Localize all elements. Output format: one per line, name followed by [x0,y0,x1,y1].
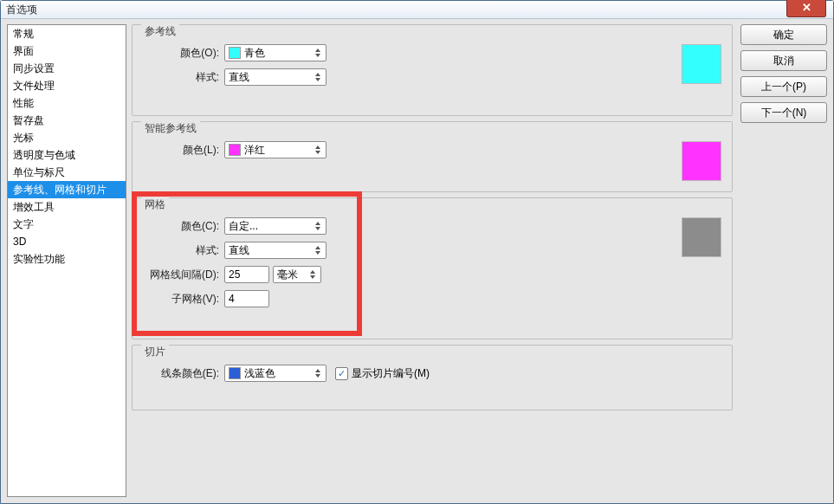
window-body: 常规 界面 同步设置 文件处理 性能 暂存盘 光标 透明度与色域 单位与标尺 参… [2,19,832,502]
dropdown-arrows-icon [307,268,318,281]
sidebar-item-file[interactable]: 文件处理 [8,77,126,94]
dropdown-arrows-icon [313,243,323,257]
cancel-button[interactable]: 取消 [740,50,827,71]
slices-color-label: 线条颜色(E): [141,366,219,381]
group-grid: 网格 颜色(C): 自定... 样式: 直线 [132,197,733,339]
preferences-window: 首选项 ✕ 常规 界面 同步设置 文件处理 性能 暂存盘 光标 透明度与色域 单… [0,0,834,504]
show-slice-numbers-label: 显示切片编号(M) [352,366,430,381]
group-grid-title: 网格 [141,197,169,212]
dropdown-arrows-icon [313,143,323,157]
grid-color-swatch[interactable] [682,217,721,257]
grid-style-value: 直线 [229,243,249,258]
guides-color-chip [229,47,241,59]
guides-style-value: 直线 [229,70,249,85]
sidebar-item-gamut[interactable]: 透明度与色域 [8,146,126,164]
sidebar-item-plugins[interactable]: 增效工具 [8,198,126,216]
group-slices-title: 切片 [141,345,169,359]
sidebar-item-sync[interactable]: 同步设置 [8,60,126,77]
grid-color-label: 颜色(C): [141,219,219,234]
category-sidebar: 常规 界面 同步设置 文件处理 性能 暂存盘 光标 透明度与色域 单位与标尺 参… [7,24,126,497]
grid-style-label: 样式: [141,243,219,258]
sidebar-item-cursor[interactable]: 光标 [8,129,126,146]
sidebar-item-3d[interactable]: 3D [8,233,126,250]
grid-subdiv-label: 子网格(V): [141,292,219,307]
sidebar-item-units[interactable]: 单位与标尺 [8,164,126,181]
slices-color-select[interactable]: 浅蓝色 [224,365,326,382]
dropdown-arrows-icon [313,366,323,380]
sidebar-item-interface[interactable]: 界面 [8,42,126,60]
grid-subdiv-input[interactable] [224,290,269,307]
guides-color-select[interactable]: 青色 [224,44,326,61]
next-button[interactable]: 下一个(N) [740,102,827,123]
smart-guides-color-swatch[interactable] [682,141,721,181]
sidebar-item-type[interactable]: 文字 [8,216,126,233]
grid-spacing-label: 网格线间隔(D): [141,268,219,282]
show-slice-numbers-checkbox[interactable]: 显示切片编号(M) [335,366,430,381]
sidebar-item-general[interactable]: 常规 [8,25,126,42]
grid-spacing-unit-select[interactable]: 毫米 [273,266,321,283]
prev-button[interactable]: 上一个(P) [740,76,827,97]
smart-guides-color-label: 颜色(L): [141,143,219,158]
grid-spacing-unit-value: 毫米 [277,268,298,282]
grid-style-select[interactable]: 直线 [224,242,326,259]
smart-guides-color-value: 洋红 [244,143,265,158]
dropdown-arrows-icon [313,219,323,233]
sidebar-item-experimental[interactable]: 实验性功能 [8,250,126,268]
guides-color-label: 颜色(O): [141,46,219,61]
grid-color-value: 自定... [229,219,258,234]
smart-guides-color-chip [229,144,241,156]
group-slices: 切片 线条颜色(E): 浅蓝色 显示切片编号(M) [132,345,733,410]
main-panel: 参考线 颜色(O): 青色 样式: 直线 [132,24,733,497]
dropdown-arrows-icon [313,70,323,84]
window-title: 首选项 [6,3,37,16]
guides-color-swatch[interactable] [682,44,721,84]
guides-style-label: 样式: [141,70,219,85]
slices-color-value: 浅蓝色 [244,366,275,381]
group-guides-title: 参考线 [141,24,179,39]
checkbox-icon [335,367,348,380]
sidebar-item-guides-grid-slices[interactable]: 参考线、网格和切片 [8,181,126,198]
close-button[interactable]: ✕ [786,0,826,17]
grid-color-select[interactable]: 自定... [224,217,326,235]
group-smart-guides: 智能参考线 颜色(L): 洋红 [132,121,733,192]
group-guides: 参考线 颜色(O): 青色 样式: 直线 [132,24,733,116]
guides-style-select[interactable]: 直线 [224,68,326,86]
dialog-buttons: 确定 取消 上一个(P) 下一个(N) [740,24,827,128]
smart-guides-color-select[interactable]: 洋红 [224,141,326,158]
sidebar-item-performance[interactable]: 性能 [8,94,126,112]
dropdown-arrows-icon [313,46,323,60]
title-bar: 首选项 ✕ [1,1,833,19]
guides-color-value: 青色 [244,46,265,61]
group-smart-guides-title: 智能参考线 [141,121,200,136]
grid-spacing-input[interactable] [224,266,269,283]
slices-color-chip [229,367,241,379]
sidebar-item-scratch[interactable]: 暂存盘 [8,112,126,129]
ok-button[interactable]: 确定 [740,24,827,45]
